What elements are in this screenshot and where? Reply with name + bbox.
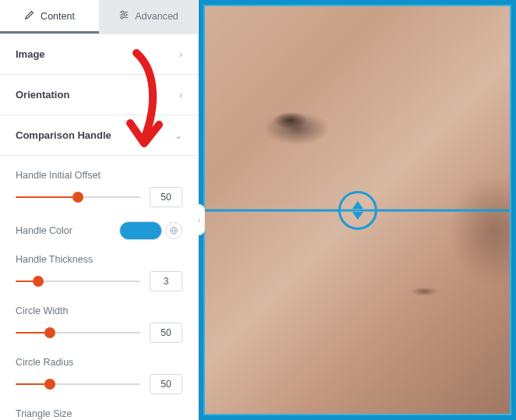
comparison-image[interactable] — [203, 5, 511, 415]
handle-color-row: Handle Color — [16, 221, 182, 240]
handle-thickness-label: Handle Thickness — [16, 254, 182, 265]
handle-initial-offset-row — [16, 187, 182, 207]
section-orientation[interactable]: Orientation › — [0, 75, 198, 115]
tab-advanced[interactable]: Advanced — [99, 0, 198, 34]
settings-sidebar: Content Advanced Image › Orientation › C — [0, 0, 199, 420]
svg-point-1 — [122, 11, 124, 13]
handle-initial-offset-slider[interactable] — [16, 196, 140, 198]
svg-point-3 — [124, 14, 126, 16]
handle-thickness-input[interactable] — [150, 271, 182, 291]
handle-initial-offset-label: Handle Initial Offset — [16, 170, 182, 181]
chevron-down-icon: ⌄ — [175, 130, 182, 141]
comparison-handle[interactable] — [338, 191, 377, 230]
section-comparison-handle-title: Comparison Handle — [16, 129, 111, 141]
section-image[interactable]: Image › — [0, 34, 198, 75]
circle-radius-slider[interactable] — [16, 383, 140, 385]
handle-color-controls — [119, 221, 182, 240]
handle-color-label: Handle Color — [16, 225, 72, 236]
handle-initial-offset-input[interactable] — [150, 187, 182, 207]
pencil-icon — [24, 9, 35, 23]
collapse-sidebar-button[interactable]: ‹ — [194, 204, 205, 235]
handle-color-swatch[interactable] — [119, 221, 162, 240]
chevron-right-icon: › — [179, 49, 182, 60]
circle-radius-row — [16, 374, 182, 394]
global-color-icon[interactable] — [165, 222, 182, 239]
svg-point-5 — [121, 16, 123, 19]
circle-radius-input[interactable] — [150, 374, 182, 394]
circle-width-label: Circle Width — [16, 305, 182, 316]
preview-canvas — [199, 0, 516, 420]
triangle-up-icon — [352, 201, 363, 209]
handle-thickness-slider[interactable] — [16, 281, 140, 282]
chevron-left-icon: ‹ — [198, 216, 200, 224]
tab-content-label: Content — [41, 11, 75, 22]
circle-width-input[interactable] — [150, 323, 182, 343]
sliders-icon — [118, 9, 129, 23]
comparison-handle-controls: Handle Initial Offset Handle Color Handl… — [0, 156, 198, 420]
tabs-bar: Content Advanced — [0, 0, 198, 34]
tab-content[interactable]: Content — [0, 0, 99, 34]
handle-thickness-row — [16, 271, 182, 291]
triangle-down-icon — [352, 212, 363, 220]
chevron-right-icon: › — [179, 90, 182, 101]
circle-width-slider[interactable] — [16, 332, 140, 334]
circle-radius-label: Circle Radius — [16, 357, 182, 368]
section-image-title: Image — [16, 48, 45, 60]
section-orientation-title: Orientation — [16, 89, 69, 101]
tab-advanced-label: Advanced — [135, 11, 178, 22]
circle-width-row — [16, 323, 182, 343]
section-comparison-handle[interactable]: Comparison Handle ⌄ — [0, 115, 198, 156]
triangle-size-label: Triangle Size — [16, 408, 182, 419]
